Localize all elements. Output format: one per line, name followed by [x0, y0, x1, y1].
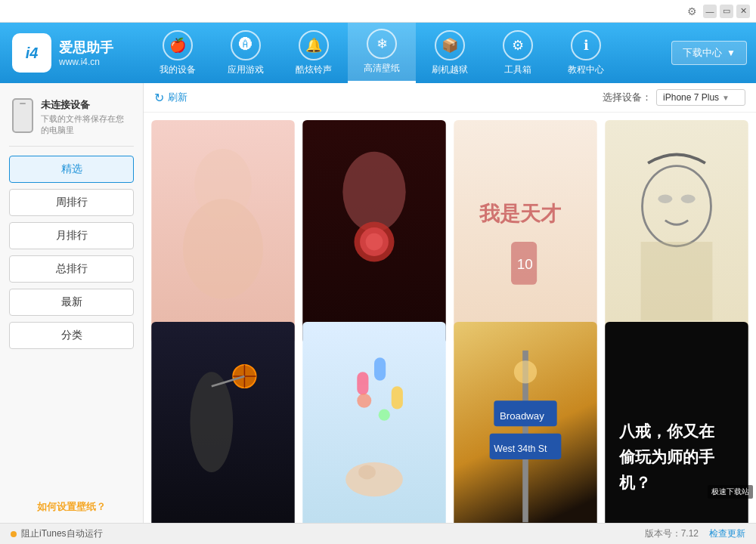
selected-device: iPhone 7 Plus — [663, 92, 719, 103]
logo-area: i4 爱思助手 www.i4.cn — [0, 33, 144, 73]
svg-text:Broadway: Broadway — [500, 410, 544, 421]
dropdown-arrow-icon: ▼ — [722, 94, 730, 102]
nav-bar: 🍎 我的设备 🅐 应用游戏 🔔 酷炫铃声 ❄ 高清壁纸 📦 刷机越狱 ⚙ 工具箱… — [144, 23, 671, 83]
wallpaper-item-6[interactable] — [302, 322, 446, 524]
svg-point-2 — [183, 199, 263, 299]
header-right: 下载中心 ▼ — [671, 41, 756, 65]
nav-icon-tutorials: ℹ — [571, 30, 601, 60]
refresh-button[interactable]: ↻ 刷新 — [154, 91, 187, 105]
svg-rect-27 — [374, 357, 386, 380]
sidebar: 未连接设备 下载的文件将保存在您的电脑里 精选周排行月排行总排行最新分类 如何设… — [0, 83, 144, 523]
svg-point-4 — [342, 152, 405, 232]
svg-point-30 — [379, 409, 390, 420]
download-center-button[interactable]: 下载中心 ▼ — [671, 41, 747, 65]
nav-icon-tools: ⚙ — [503, 30, 533, 60]
content-area: ↻ 刷新 选择设备： iPhone 7 Plus ▼ — [144, 83, 756, 523]
svg-text:10: 10 — [517, 256, 533, 272]
nav-item-tools[interactable]: ⚙ 工具箱 — [484, 23, 552, 83]
svg-point-25 — [358, 465, 376, 479]
nav-label-tutorials: 教程中心 — [568, 63, 604, 76]
device-select-dropdown[interactable]: iPhone 7 Plus ▼ — [656, 89, 745, 106]
svg-point-37 — [514, 360, 537, 383]
svg-text:机？: 机？ — [618, 473, 651, 490]
nav-label-tools: 工具箱 — [504, 63, 531, 76]
device-select-area: 选择设备： iPhone 7 Plus ▼ — [603, 89, 745, 106]
refresh-label: 刷新 — [168, 91, 187, 104]
nav-icon-jailbreak: 📦 — [435, 30, 465, 60]
wallpaper-item-5[interactable] — [151, 322, 295, 524]
device-info: 未连接设备 下载的文件将保存在您的电脑里 — [41, 98, 131, 137]
wallpaper-item-2[interactable] — [302, 120, 446, 344]
check-update-link[interactable]: 检查更新 — [709, 527, 745, 540]
header: i4 爱思助手 www.i4.cn 🍎 我的设备 🅐 应用游戏 🔔 酷炫铃声 ❄… — [0, 23, 756, 83]
nav-label-ringtones: 酷炫铃声 — [296, 63, 332, 76]
svg-point-29 — [357, 393, 371, 407]
nav-label-apps-games: 应用游戏 — [228, 63, 264, 76]
sidebar-item-latest[interactable]: 最新 — [9, 289, 134, 316]
sidebar-item-category[interactable]: 分类 — [9, 322, 134, 349]
title-bar: ⚙ — ▭ ✕ — [0, 0, 756, 23]
logo-icon: i4 — [12, 33, 51, 73]
wallpaper-item-3[interactable]: 我是天才 10 — [454, 120, 597, 344]
device-hint: 下载的文件将保存在您的电脑里 — [41, 113, 131, 137]
svg-point-14 — [658, 195, 672, 203]
nav-label-my-device: 我的设备 — [160, 63, 196, 76]
sidebar-item-featured[interactable]: 精选 — [9, 156, 134, 183]
logo-text: 爱思助手 www.i4.cn — [59, 39, 113, 67]
status-dot-icon — [11, 531, 17, 537]
nav-item-my-device[interactable]: 🍎 我的设备 — [144, 23, 212, 83]
content-header: ↻ 刷新 选择设备： iPhone 7 Plus ▼ — [144, 83, 756, 113]
svg-point-15 — [681, 195, 696, 203]
wallpaper-item-8[interactable]: 八戒，你又在 偷玩为师的手 机？ — [605, 322, 748, 524]
svg-text:我是天才: 我是天才 — [479, 202, 562, 225]
sidebar-footer: 如何设置壁纸？ — [9, 491, 134, 514]
main-area: 未连接设备 下载的文件将保存在您的电脑里 精选周排行月排行总排行最新分类 如何设… — [0, 83, 756, 523]
how-to-set-wallpaper-link[interactable]: 如何设置壁纸？ — [9, 500, 134, 514]
nav-icon-my-device: 🍎 — [163, 30, 193, 60]
nav-label-jailbreak: 刷机越狱 — [432, 63, 468, 76]
sidebar-item-weekly[interactable]: 周排行 — [9, 189, 134, 216]
svg-text:偷玩为师的手: 偷玩为师的手 — [618, 447, 715, 465]
svg-rect-26 — [357, 372, 368, 394]
close-button[interactable]: ✕ — [736, 5, 750, 18]
brand-url: www.i4.cn — [59, 57, 113, 67]
svg-text:West 34th St: West 34th St — [494, 444, 547, 454]
nav-item-jailbreak[interactable]: 📦 刷机越狱 — [416, 23, 484, 83]
brand-name: 爱思助手 — [59, 39, 113, 57]
wallpaper-item-1[interactable] — [151, 120, 295, 344]
nav-icon-ringtones: 🔔 — [299, 30, 329, 60]
nav-icon-wallpapers: ❄ — [367, 29, 397, 59]
device-status: 未连接设备 — [41, 98, 131, 112]
nav-label-wallpapers: 高清壁纸 — [364, 62, 400, 75]
download-label: 下载中心 — [683, 46, 722, 60]
device-select-label: 选择设备： — [603, 91, 652, 104]
status-right: 版本号：7.12 检查更新 — [645, 527, 745, 540]
svg-point-21 — [190, 372, 233, 472]
nav-icon-apps-games: 🅐 — [231, 30, 261, 60]
svg-rect-28 — [392, 386, 403, 409]
svg-point-24 — [345, 462, 403, 496]
nav-item-ringtones[interactable]: 🔔 酷炫铃声 — [280, 23, 348, 83]
wallpaper-item-7[interactable]: Broadway West 34th St — [454, 322, 597, 524]
sidebar-item-monthly[interactable]: 月排行 — [9, 222, 134, 249]
sidebar-item-total[interactable]: 总排行 — [9, 255, 134, 283]
nav-item-apps-games[interactable]: 🅐 应用游戏 — [212, 23, 280, 83]
wallpaper-item-4[interactable] — [605, 120, 748, 344]
svg-text:八戒，你又在: 八戒，你又在 — [618, 422, 715, 439]
device-section: 未连接设备 下载的文件将保存在您的电脑里 — [9, 92, 134, 147]
version-label: 版本号：7.12 — [645, 527, 699, 540]
minimize-button[interactable]: — — [703, 5, 717, 18]
svg-rect-8 — [454, 120, 596, 344]
sidebar-menu: 精选周排行月排行总排行最新分类 — [9, 156, 134, 349]
stop-itunes-label[interactable]: 阻止iTunes自动运行 — [21, 527, 103, 540]
nav-item-wallpapers[interactable]: ❄ 高清壁纸 — [348, 23, 416, 83]
settings-icon[interactable]: ⚙ — [687, 5, 697, 17]
phone-icon — [12, 98, 33, 133]
status-left: 阻止iTunes自动运行 — [11, 527, 103, 540]
download-arrow-icon: ▼ — [727, 48, 736, 58]
bottom-bar: 阻止iTunes自动运行 版本号：7.12 检查更新 — [0, 523, 756, 544]
svg-point-7 — [366, 233, 383, 251]
nav-item-tutorials[interactable]: ℹ 教程中心 — [552, 23, 620, 83]
restore-button[interactable]: ▭ — [720, 5, 733, 18]
wallpaper-grid: 我是天才 10 — [144, 113, 756, 523]
